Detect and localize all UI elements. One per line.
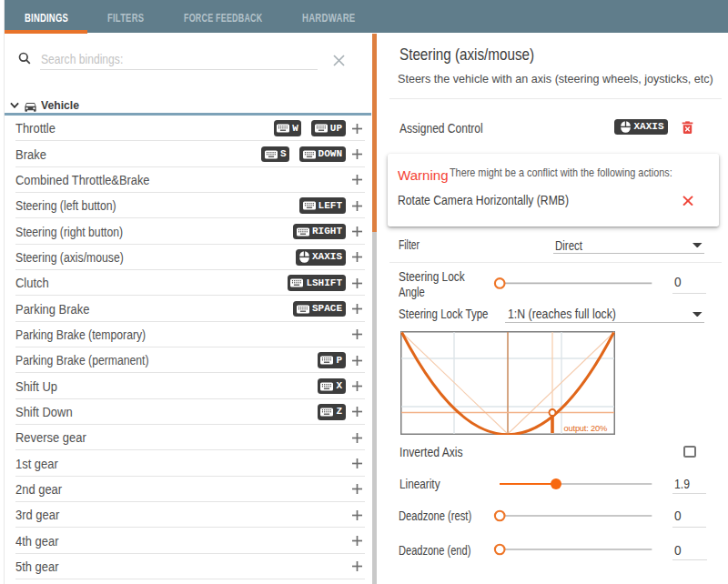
svg-text:output: 20%: output: 20%: [564, 424, 607, 433]
